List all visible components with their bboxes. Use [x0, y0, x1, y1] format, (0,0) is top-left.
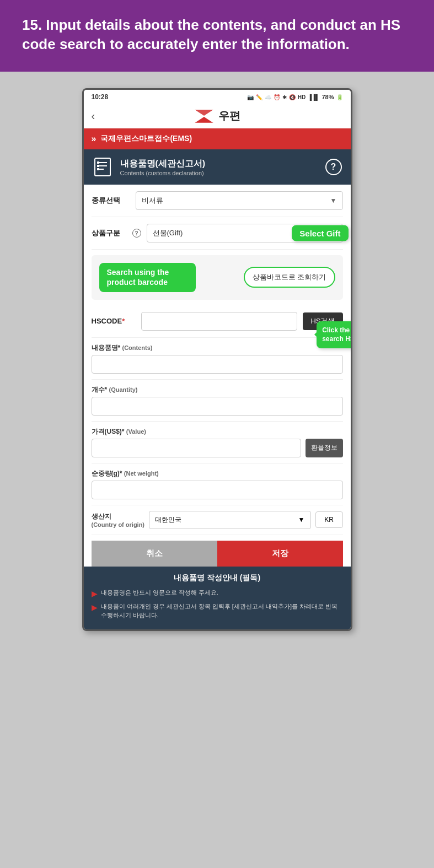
postal-logo-icon — [194, 110, 214, 123]
main-content: 10:28 📷 ✏️ ☁️ ⏰ ✱ 🔇 HD ▐▐▌ 78% 🔋 ‹ — [0, 72, 434, 868]
hscode-input[interactable] — [141, 312, 298, 331]
origin-value: 대한민국 — [155, 515, 181, 525]
sound-icon: 🔇 — [289, 94, 296, 100]
svg-rect-10 — [97, 168, 99, 170]
weight-input[interactable] — [92, 481, 343, 499]
product-label: 상품구분 — [92, 228, 130, 238]
chevron-icon: » — [92, 134, 97, 144]
svg-marker-0 — [194, 110, 214, 116]
value-label: 가격(US$)* (Value) — [92, 427, 343, 436]
origin-dropdown-arrow: ▼ — [298, 516, 305, 524]
bottom-notice: 내용품명 작성안내 (필독) ▶ 내용품명은 반드시 영문으로 작성해 주세요.… — [84, 567, 351, 629]
form-icon — [93, 157, 112, 177]
origin-dropdown[interactable]: 대한민국 ▼ — [149, 511, 310, 529]
weight-label: 순중량(g)* (Net weight) — [92, 469, 343, 478]
origin-code: KR — [315, 511, 343, 528]
instruction-title: 15. Input details about the contents, an… — [22, 15, 412, 54]
barcode-search-button[interactable]: 상품바코드로 조회하기 — [244, 267, 335, 288]
contents-input[interactable] — [92, 355, 343, 374]
back-button[interactable]: ‹ — [92, 110, 95, 122]
banner-text: 국제우편스마트접수(EMS) — [100, 134, 192, 144]
edit-icon: ✏️ — [256, 94, 262, 100]
product-value: 선물(Gift) — [153, 228, 183, 238]
app-logo: 우편 — [194, 109, 240, 123]
status-icons: 📷 ✏️ ☁️ ⏰ ✱ 🔇 HD ▐▐▌ 78% 🔋 — [247, 94, 343, 100]
value-field-row: 가격(US$)* (Value) 환율정보 — [92, 422, 343, 463]
cancel-button[interactable]: 취소 — [92, 541, 217, 567]
product-label-group: 상품구분 ? — [92, 228, 141, 238]
type-select-row: 종류선택 비서류 ▼ — [92, 185, 343, 217]
ems-banner: » 국제우편스마트접수(EMS) — [84, 128, 351, 149]
battery-icon: 🔋 — [336, 94, 343, 100]
contents-label: 내용품명* (Contents) — [92, 343, 343, 353]
bottom-buttons: 취소 저장 — [92, 541, 343, 567]
phone-mockup: 10:28 📷 ✏️ ☁️ ⏰ ✱ 🔇 HD ▐▐▌ 78% 🔋 ‹ — [82, 88, 352, 631]
instruction-header: 15. Input details about the contents, an… — [0, 0, 434, 72]
notice-item-2: ▶ 내용품이 여러개인 경우 세관신고서 항목 입력후 [세관신고서 내역추가]… — [92, 602, 343, 619]
time-display: 10:28 — [92, 93, 109, 101]
notice-text-1: 내용품명은 반드시 영문으로 작성해 주세요. — [101, 589, 218, 597]
hscode-row-wrapper: HSCODE* HS검색 Click the button to search … — [92, 305, 343, 338]
camera-icon: 📷 — [247, 94, 254, 100]
type-value: 비서류 — [142, 196, 163, 206]
dropdown-arrow-icon: ▼ — [330, 197, 337, 204]
hscode-row: HSCODE* HS검색 — [92, 305, 343, 338]
hscode-label: HSCODE* — [92, 317, 136, 325]
notice-title: 내용품명 작성안내 (필독) — [92, 573, 343, 583]
hd-icon: HD — [298, 94, 306, 100]
quantity-field-row: 개수* (Quantity) — [92, 380, 343, 422]
weight-field-row: 순중량(g)* (Net weight) — [92, 463, 343, 505]
value-input[interactable] — [92, 439, 301, 457]
click-hs-codes-badge: Click the button to search HS codes — [317, 321, 352, 349]
product-help-icon[interactable]: ? — [132, 229, 141, 238]
notice-bullet-1: ▶ — [92, 589, 98, 600]
save-button[interactable]: 저장 — [217, 541, 343, 567]
section-title-block: 내용품명(세관신고서) Contents (customs declaratio… — [120, 158, 318, 176]
app-header: ‹ 우편 — [84, 104, 351, 128]
form-area: 종류선택 비서류 ▼ 상품구분 ? 선물(Gift) Select Gift — [84, 185, 351, 566]
select-gift-badge: Select Gift — [292, 225, 348, 241]
status-bar: 10:28 📷 ✏️ ☁️ ⏰ ✱ 🔇 HD ▐▐▌ 78% 🔋 — [84, 90, 351, 104]
bluetooth-icon: ✱ — [282, 94, 287, 100]
contents-field-row: 내용품명* (Contents) — [92, 338, 343, 380]
notice-bullet-2: ▶ — [92, 602, 98, 613]
svg-rect-4 — [95, 158, 110, 176]
battery-display: 78% — [322, 94, 334, 100]
type-label: 종류선택 — [92, 196, 130, 206]
alarm-icon: ⏰ — [274, 94, 280, 100]
quantity-label: 개수* (Quantity) — [92, 385, 343, 395]
exchange-rate-button[interactable]: 환율정보 — [306, 439, 343, 457]
svg-marker-1 — [194, 116, 214, 123]
section-help-button[interactable]: ? — [325, 159, 342, 175]
section-title-kr: 내용품명(세관신고서) — [120, 158, 318, 170]
svg-rect-9 — [97, 165, 99, 167]
notice-text-2: 내용품이 여러개인 경우 세관신고서 항목 입력후 [세관신고서 내역추가]를 … — [101, 602, 343, 619]
type-dropdown[interactable]: 비서류 ▼ — [136, 191, 343, 210]
search-barcode-badge: Search using the product barcode — [99, 263, 196, 292]
barcode-section: Search using the product barcode 상품바코드로 … — [92, 255, 343, 299]
origin-row: 생산지 (Country of origin) 대한민국 ▼ KR — [92, 505, 343, 535]
app-title: 우편 — [218, 109, 240, 123]
value-input-group: 환율정보 — [92, 439, 343, 457]
quantity-input[interactable] — [92, 397, 343, 416]
origin-label: 생산지 (Country of origin) — [92, 512, 145, 528]
product-type-row: 상품구분 ? 선물(Gift) Select Gift — [92, 217, 343, 250]
signal-icon: ▐▐▌ — [308, 94, 319, 100]
section-header: 내용품명(세관신고서) Contents (customs declaratio… — [84, 149, 351, 185]
section-title-en: Contents (customs declaration) — [120, 170, 318, 176]
weather-icon: ☁️ — [265, 94, 271, 100]
notice-item-1: ▶ 내용품명은 반드시 영문으로 작성해 주세요. — [92, 589, 343, 600]
svg-rect-8 — [97, 161, 99, 164]
